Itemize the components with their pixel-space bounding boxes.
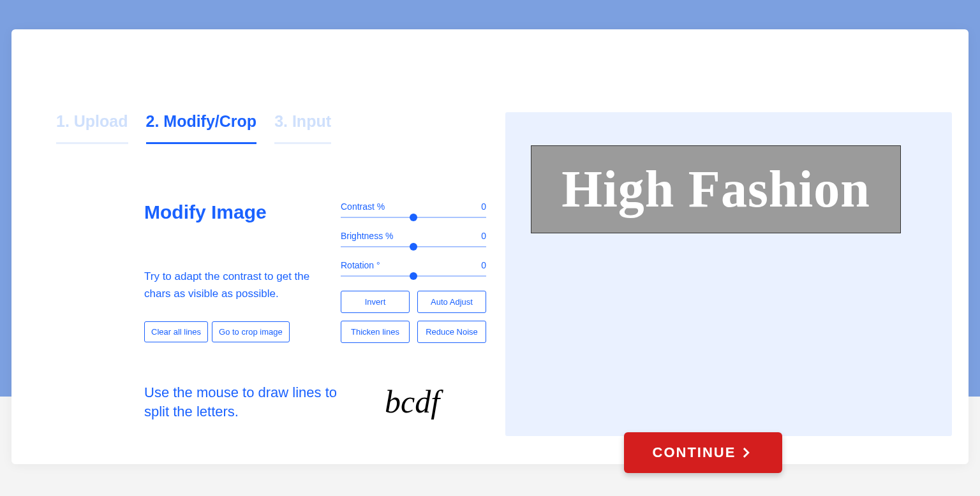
- preview-image[interactable]: High Fashion: [531, 145, 901, 233]
- brightness-slider[interactable]: [341, 246, 486, 247]
- contrast-value: 0: [481, 201, 486, 212]
- rotation-label: Rotation °: [341, 260, 380, 270]
- modify-section: Modify Image Try to adapt the contrast t…: [144, 201, 316, 342]
- rotation-slider[interactable]: [341, 275, 486, 277]
- contrast-slider-group: Contrast % 0: [341, 201, 486, 218]
- brightness-label: Brightness %: [341, 231, 393, 241]
- draw-lines-hint: Use the mouse to draw lines to split the…: [144, 383, 361, 421]
- modify-heading: Modify Image: [144, 201, 316, 223]
- rotation-slider-group: Rotation ° 0: [341, 260, 486, 277]
- modify-help-text: Try to adapt the contrast to get the cha…: [144, 268, 316, 302]
- preview-image-text: High Fashion: [561, 159, 870, 219]
- tab-input[interactable]: 3. Input: [274, 112, 331, 144]
- go-to-crop-button[interactable]: Go to crop image: [212, 321, 290, 342]
- step-tabs: 1. Upload 2. Modify/Crop 3. Input: [56, 112, 331, 144]
- invert-button[interactable]: Invert: [341, 291, 410, 313]
- continue-label: CONTINUE: [653, 444, 736, 461]
- reduce-noise-button[interactable]: Reduce Noise: [417, 321, 486, 343]
- clear-all-lines-button[interactable]: Clear all lines: [144, 321, 208, 342]
- preview-panel: High Fashion: [505, 112, 952, 436]
- brightness-slider-group: Brightness % 0: [341, 231, 486, 247]
- contrast-label: Contrast %: [341, 201, 385, 212]
- chevron-right-icon: [739, 446, 754, 460]
- auto-adjust-button[interactable]: Auto Adjust: [417, 291, 486, 313]
- rotation-value: 0: [481, 260, 486, 270]
- brightness-value: 0: [481, 231, 486, 241]
- main-card: 1. Upload 2. Modify/Crop 3. Input Modify…: [11, 29, 969, 464]
- continue-button[interactable]: CONTINUE: [624, 432, 782, 473]
- contrast-slider[interactable]: [341, 217, 486, 218]
- tab-upload[interactable]: 1. Upload: [56, 112, 128, 144]
- thicken-lines-button[interactable]: Thicken lines: [341, 321, 410, 343]
- tab-modify-crop[interactable]: 2. Modify/Crop: [146, 112, 257, 144]
- sliders-section: Contrast % 0 Brightness % 0 Rotation ° 0…: [341, 201, 486, 343]
- cursive-sample: bcdf: [385, 383, 440, 420]
